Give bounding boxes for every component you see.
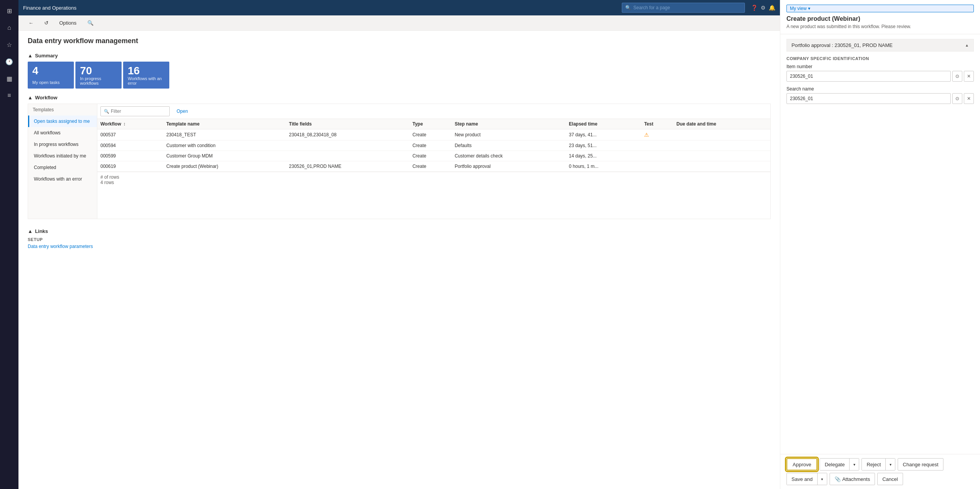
sidebar-item-all-workflows[interactable]: All workflows <box>28 127 97 139</box>
back-button[interactable]: ← <box>25 18 37 28</box>
sidebar-item-open-tasks[interactable]: Open tasks assigned to me <box>28 116 97 127</box>
col-type: Type <box>409 119 452 129</box>
warning-icon: ⚠ <box>644 132 649 138</box>
table-row[interactable]: 000599 Customer Group MDM Create Custome… <box>97 151 770 161</box>
cell-template: Customer with condition <box>163 141 286 151</box>
sidebar-recent-icon[interactable]: 🕐 <box>2 54 17 69</box>
cell-test: ⚠ <box>641 129 673 141</box>
table-row[interactable]: 000537 230418_TEST 230418_08,230418_08 C… <box>97 129 770 141</box>
sidebar-apps-icon[interactable]: ⊞ <box>2 3 17 18</box>
row-count-area: # of rows 4 rows <box>97 172 770 188</box>
cell-elapsed: 37 days, 41... <box>566 129 641 141</box>
table-row[interactable]: 000619 Create product (Webinar) 230526_0… <box>97 161 770 172</box>
summary-cards: 4 My open tasks 70 In progress workflows… <box>28 62 771 89</box>
delegate-main-button[interactable]: Delegate <box>820 459 849 470</box>
filter-icon: 🔍 <box>104 109 109 114</box>
page-content: Data entry workflow management ▲ Summary… <box>18 31 780 489</box>
refresh-button[interactable]: ↺ <box>40 18 52 28</box>
refresh-icon: ↺ <box>44 20 48 26</box>
options-button[interactable]: Options <box>55 18 80 28</box>
my-view-button[interactable]: My view ▾ <box>786 5 974 12</box>
topbar-search-container[interactable]: 🔍 <box>622 3 745 13</box>
save-and-split-button: Save and ▾ <box>786 473 827 485</box>
approve-button[interactable]: Approve <box>786 458 817 471</box>
workflow-toolbar: 🔍 Open <box>97 104 770 119</box>
search-name-lookup-button[interactable]: ⊙ <box>952 93 962 104</box>
sidebar-home-icon[interactable]: ⌂ <box>2 20 17 35</box>
filter-input[interactable] <box>111 109 166 114</box>
attachments-icon: 📎 <box>835 476 841 482</box>
panel-title: Create product (Webinar) <box>786 15 974 22</box>
workflow-section-header[interactable]: ▲ Workflow <box>28 95 771 100</box>
cell-type: Create <box>409 151 452 161</box>
delegate-dropdown-arrow[interactable]: ▾ <box>850 459 859 470</box>
right-panel-body: Portfolio approval : 230526_01, PROD NAM… <box>780 34 980 454</box>
links-section-header[interactable]: ▲ Links <box>28 228 771 234</box>
sidebar-item-completed[interactable]: Completed <box>28 162 97 173</box>
cell-workflow: 000537 <box>97 129 163 141</box>
cell-title-fields <box>286 151 409 161</box>
search-name-label: Search name <box>786 86 974 92</box>
cell-due <box>673 129 770 141</box>
setup-link[interactable]: Data entry workflow parameters <box>28 244 93 249</box>
sidebar-menu-icon[interactable]: ≡ <box>2 88 17 103</box>
col-title-fields: Title fields <box>286 119 409 129</box>
search-input[interactable] <box>633 5 741 10</box>
right-panel-footer: Approve Delegate ▾ Reject ▾ Change reque… <box>780 454 980 489</box>
open-button[interactable]: Open <box>173 106 192 116</box>
panel-subtitle: A new product was submitted in this work… <box>786 24 974 29</box>
workflow-layout: Templates Open tasks assigned to me All … <box>28 104 771 219</box>
col-step: Step name <box>452 119 566 129</box>
workflow-main: 🔍 Open Workflow ↕ Template name Title fi… <box>97 104 770 219</box>
sidebar-workspaces-icon[interactable]: ▦ <box>2 71 17 86</box>
filter-input-wrapper[interactable]: 🔍 <box>100 106 170 116</box>
search-name-clear-button[interactable]: ✕ <box>964 93 974 104</box>
item-number-input[interactable] <box>786 71 951 82</box>
reject-dropdown-arrow[interactable]: ▾ <box>886 459 895 470</box>
item-number-label: Item number <box>786 64 974 69</box>
sidebar-item-with-error[interactable]: Workflows with an error <box>28 173 97 185</box>
workflow-sidebar: Templates Open tasks assigned to me All … <box>28 104 97 219</box>
topbar: Finance and Operations 🔍 ❓ ⚙ 🔔 <box>18 0 780 15</box>
cell-test <box>641 161 673 172</box>
approval-chevron-up-icon[interactable]: ▲ <box>965 43 969 47</box>
cell-due <box>673 151 770 161</box>
item-number-field-group: Item number ⊙ ✕ <box>786 64 974 82</box>
sidebar-item-initiated-by-me[interactable]: Workflows initiated by me <box>28 150 97 162</box>
sidebar-favorites-icon[interactable]: ☆ <box>2 37 17 52</box>
summary-card-errors[interactable]: 16 Workflows with an error <box>123 62 169 89</box>
approval-header: Portfolio approval : 230526_01, PROD NAM… <box>786 39 974 52</box>
cancel-button[interactable]: Cancel <box>877 473 903 485</box>
main-wrapper: Finance and Operations 🔍 ❓ ⚙ 🔔 ← ↺ Optio… <box>18 0 780 489</box>
workflow-table: Workflow ↕ Template name Title fields Ty… <box>97 119 770 172</box>
search-name-input[interactable] <box>786 93 951 104</box>
item-number-clear-button[interactable]: ✕ <box>964 71 974 82</box>
cell-type: Create <box>409 141 452 151</box>
reject-main-button[interactable]: Reject <box>862 459 885 470</box>
row-count-label: # of rows <box>100 174 767 180</box>
search-name-field-group: Search name ⊙ ✕ <box>786 86 974 104</box>
table-row[interactable]: 000594 Customer with condition Create De… <box>97 141 770 151</box>
summary-card-open-tasks[interactable]: 4 My open tasks <box>28 62 74 89</box>
summary-section-header[interactable]: ▲ Summary <box>28 53 771 59</box>
cell-workflow: 000599 <box>97 151 163 161</box>
save-and-dropdown-arrow[interactable]: ▾ <box>818 473 827 485</box>
col-due: Due date and time <box>673 119 770 129</box>
summary-section: ▲ Summary 4 My open tasks 70 In progress… <box>28 53 771 89</box>
item-number-lookup-button[interactable]: ⊙ <box>952 71 962 82</box>
workflow-section: ▲ Workflow Templates Open tasks assigned… <box>28 95 771 219</box>
app-title: Finance and Operations <box>23 5 77 11</box>
delegate-split-button: Delegate ▾ <box>820 458 859 471</box>
cell-due <box>673 141 770 151</box>
summary-card-in-progress[interactable]: 70 In progress workflows <box>75 62 122 89</box>
cell-step: Defaults <box>452 141 566 151</box>
change-request-button[interactable]: Change request <box>898 458 943 471</box>
summary-collapse-icon: ▲ <box>28 53 33 59</box>
cell-title-fields <box>286 141 409 151</box>
attachments-button[interactable]: 📎 Attachments <box>830 473 875 485</box>
cell-test <box>641 151 673 161</box>
sidebar-item-in-progress[interactable]: In progress workflows <box>28 139 97 150</box>
cell-template: Create product (Webinar) <box>163 161 286 172</box>
subnav-search-button[interactable]: 🔍 <box>83 18 97 28</box>
save-and-main-button[interactable]: Save and <box>787 473 817 485</box>
